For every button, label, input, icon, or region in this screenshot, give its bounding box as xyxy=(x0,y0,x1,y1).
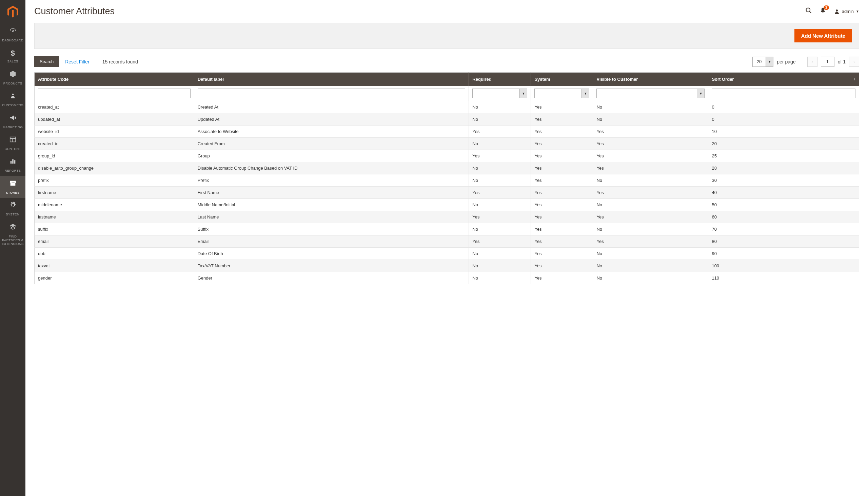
cell-required: No xyxy=(469,162,531,174)
user-menu[interactable]: admin ▼ xyxy=(834,9,859,15)
table-row[interactable]: updated_atUpdated AtNoYesNo0 xyxy=(35,113,859,125)
sidebar-item-label: SALES xyxy=(7,59,18,63)
pager-prev-button[interactable]: ‹ xyxy=(807,57,818,67)
sidebar-item-products[interactable]: PRODUCTS xyxy=(0,67,26,89)
sidebar-item-label: SYSTEM xyxy=(6,212,20,216)
toolbar-right: 20 ▼ per page ‹ of 1 › xyxy=(752,57,859,67)
header-actions: 3 admin ▼ xyxy=(805,7,859,16)
sidebar-item-content[interactable]: CONTENT xyxy=(0,132,26,154)
table-row[interactable]: suffixSuffixNoYesNo70 xyxy=(35,223,859,235)
cell-required: No xyxy=(469,113,531,125)
cell-required: No xyxy=(469,101,531,113)
sidebar-item-label: FIND PARTNERS & EXTENSIONS xyxy=(1,234,24,246)
sidebar-item-stores[interactable]: STORES xyxy=(0,176,26,198)
column-header-attribute-code[interactable]: Attribute Code xyxy=(35,73,194,86)
cell-code: group_id xyxy=(35,150,194,162)
page-of-label: of 1 xyxy=(838,59,846,64)
cell-visible: No xyxy=(593,199,708,211)
cell-sort: 10 xyxy=(708,125,859,138)
sidebar-item-system[interactable]: SYSTEM xyxy=(0,198,26,219)
per-page-select[interactable]: 20 ▼ xyxy=(752,57,773,67)
table-row[interactable]: prefixPrefixNoYesNo30 xyxy=(35,174,859,187)
sidebar-item-dashboard[interactable]: DASHBOARD xyxy=(0,24,26,45)
table-row[interactable]: created_atCreated AtNoYesNo0 xyxy=(35,101,859,113)
table-row[interactable]: taxvatTax/VAT NumberNoYesNo100 xyxy=(35,260,859,272)
cell-label: Prefix xyxy=(194,174,469,187)
sidebar-item-customers[interactable]: CUSTOMERS xyxy=(0,89,26,110)
table-row[interactable]: group_idGroupYesYesYes25 xyxy=(35,150,859,162)
filter-default-label[interactable] xyxy=(198,89,466,98)
cell-required: Yes xyxy=(469,211,531,223)
cell-visible: No xyxy=(593,272,708,284)
chevron-down-icon: ▼ xyxy=(697,89,704,98)
cell-system: Yes xyxy=(531,272,593,284)
cell-system: Yes xyxy=(531,101,593,113)
table-header-row: Attribute Code Default label Required Sy… xyxy=(35,73,859,86)
page-input[interactable] xyxy=(821,57,834,67)
column-header-visible[interactable]: Visible to Customer xyxy=(593,73,708,86)
table-row[interactable]: lastnameLast NameYesYesYes60 xyxy=(35,211,859,223)
table-row[interactable]: genderGenderNoYesNo110 xyxy=(35,272,859,284)
reset-filter-link[interactable]: Reset Filter xyxy=(65,59,90,64)
table-row[interactable]: emailEmailYesYesYes80 xyxy=(35,235,859,248)
records-found-label: 15 records found xyxy=(102,59,138,64)
search-icon[interactable] xyxy=(805,7,812,16)
cell-required: No xyxy=(469,223,531,235)
cell-system: Yes xyxy=(531,174,593,187)
search-button[interactable]: Search xyxy=(34,56,59,67)
sidebar-item-marketing[interactable]: MARKETING xyxy=(0,111,26,132)
cell-required: No xyxy=(469,260,531,272)
table-row[interactable]: middlenameMiddle Name/InitialNoYesNo50 xyxy=(35,199,859,211)
filter-sort-order[interactable] xyxy=(712,89,855,98)
cell-code: taxvat xyxy=(35,260,194,272)
column-header-required[interactable]: Required xyxy=(469,73,531,86)
cell-label: Created From xyxy=(194,138,469,150)
table-row[interactable]: created_inCreated FromNoYesYes20 xyxy=(35,138,859,150)
add-new-attribute-button[interactable]: Add New Attribute xyxy=(794,29,852,42)
column-header-default-label[interactable]: Default label xyxy=(194,73,469,86)
cell-code: dob xyxy=(35,248,194,260)
cell-code: middlename xyxy=(35,199,194,211)
table-row[interactable]: dobDate Of BirthNoYesNo90 xyxy=(35,248,859,260)
page-header: Customer Attributes 3 admin ▼ xyxy=(34,0,859,23)
column-header-system[interactable]: System xyxy=(531,73,593,86)
cell-code: updated_at xyxy=(35,113,194,125)
sidebar-item-sales[interactable]: $SALES xyxy=(0,45,26,66)
cell-label: Gender xyxy=(194,272,469,284)
sidebar-item-reports[interactable]: REPORTS xyxy=(0,154,26,176)
column-header-sort-order[interactable]: Sort Order↓ xyxy=(708,73,859,86)
per-page-value: 20 xyxy=(753,59,766,64)
cell-visible: Yes xyxy=(593,162,708,174)
table-row[interactable]: disable_auto_group_changeDisable Automat… xyxy=(35,162,859,174)
speedometer-icon xyxy=(9,27,17,37)
filter-required-select[interactable]: ▼ xyxy=(472,89,527,98)
filter-attribute-code[interactable] xyxy=(38,89,191,98)
cell-label: Created At xyxy=(194,101,469,113)
cell-sort: 70 xyxy=(708,223,859,235)
pager-next-button[interactable]: › xyxy=(849,57,859,67)
filter-visible-select[interactable]: ▼ xyxy=(596,89,705,98)
megaphone-icon xyxy=(9,114,17,124)
cell-sort: 80 xyxy=(708,235,859,248)
filter-row: ▼ ▼ ▼ xyxy=(35,86,859,101)
cell-visible: Yes xyxy=(593,235,708,248)
attributes-table: Attribute Code Default label Required Sy… xyxy=(34,72,859,284)
table-row[interactable]: firstnameFirst NameYesYesYes40 xyxy=(35,187,859,199)
cell-required: No xyxy=(469,174,531,187)
magento-logo[interactable] xyxy=(0,0,26,24)
filter-system-select[interactable]: ▼ xyxy=(534,89,589,98)
cell-required: Yes xyxy=(469,235,531,248)
box-icon xyxy=(9,70,17,80)
table-row[interactable]: website_idAssociate to WebsiteYesYesYes1… xyxy=(35,125,859,138)
cell-system: Yes xyxy=(531,113,593,125)
notification-icon[interactable]: 3 xyxy=(820,7,826,16)
cell-code: created_in xyxy=(35,138,194,150)
cell-system: Yes xyxy=(531,138,593,150)
dollar-icon: $ xyxy=(11,49,15,58)
sidebar-item-find-partners-extensions[interactable]: FIND PARTNERS & EXTENSIONS xyxy=(0,220,26,249)
svg-point-1 xyxy=(12,31,13,32)
cell-required: No xyxy=(469,138,531,150)
bars-icon xyxy=(9,157,17,167)
sidebar-item-label: CUSTOMERS xyxy=(2,103,23,107)
partners-icon xyxy=(9,223,17,233)
